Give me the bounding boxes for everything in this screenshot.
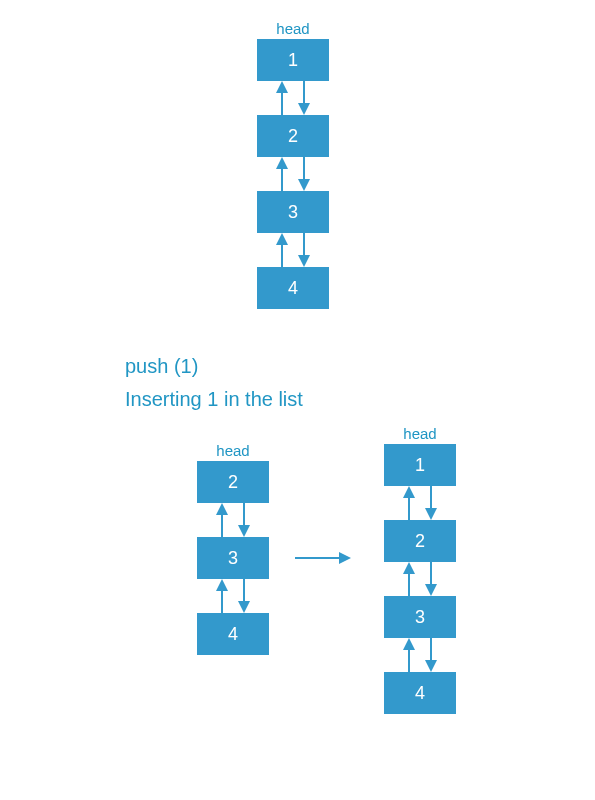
link-top-2-3 <box>257 157 329 191</box>
link-bl-2-3 <box>197 579 269 613</box>
node-br-4: 4 <box>384 672 456 714</box>
link-bl-1-2 <box>197 503 269 537</box>
link-br-3-4 <box>384 638 456 672</box>
node-bl-1: 2 <box>197 461 269 503</box>
link-br-1-2 <box>384 486 456 520</box>
head-label-bottom-right: head <box>395 425 445 442</box>
caption-push: push (1) <box>125 355 198 378</box>
node-br-1: 1 <box>384 444 456 486</box>
node-br-3: 3 <box>384 596 456 638</box>
node-top-3: 3 <box>257 191 329 233</box>
head-label-bottom-left: head <box>208 442 258 459</box>
link-top-3-4 <box>257 233 329 267</box>
node-br-2: 2 <box>384 520 456 562</box>
caption-inserting: Inserting 1 in the list <box>125 388 303 411</box>
node-bl-2: 3 <box>197 537 269 579</box>
link-top-1-2 <box>257 81 329 115</box>
transition-arrow-icon <box>295 552 355 564</box>
node-top-1: 1 <box>257 39 329 81</box>
node-top-2: 2 <box>257 115 329 157</box>
head-label-top: head <box>268 20 318 37</box>
node-top-4: 4 <box>257 267 329 309</box>
node-bl-3: 4 <box>197 613 269 655</box>
link-br-2-3 <box>384 562 456 596</box>
